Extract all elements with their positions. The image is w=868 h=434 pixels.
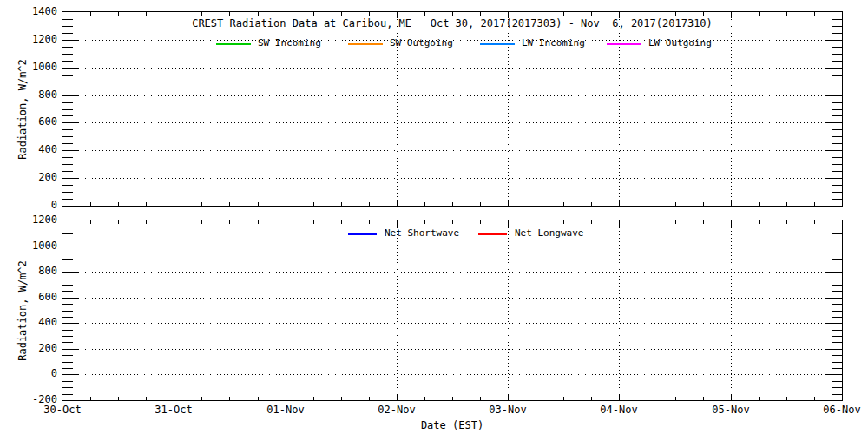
y-minor-tick-left (62, 102, 73, 103)
y-major-tick-right (825, 323, 842, 324)
x-minor-tick-bottom (201, 397, 202, 400)
y-minor-tick-left (62, 109, 73, 110)
x-minor-tick-top (563, 220, 564, 224)
x-day-gridline (619, 12, 620, 206)
legend-label: Net Shortwave (385, 228, 459, 238)
y-major-tick-left (62, 323, 79, 324)
x-minor-tick-top (703, 220, 704, 224)
x-minor-tick-top (786, 220, 787, 224)
x-minor-tick-bottom (563, 397, 564, 400)
x-minor-tick-bottom (648, 202, 648, 206)
x-minor-tick-top (146, 12, 147, 16)
y-minor-tick-right (832, 387, 842, 388)
x-minor-tick-top (258, 220, 259, 224)
x-minor-tick-bottom (369, 202, 370, 206)
x-minor-tick-bottom (480, 202, 481, 206)
y-major-tick-right (825, 40, 842, 41)
radiation-chart-figure: CREST Radiation Data at Caribou, ME Oct … (0, 0, 868, 434)
panel-bottom-net-radiation: Net ShortwaveNet Longwave (62, 220, 843, 401)
x-minor-tick-bottom (341, 397, 342, 400)
y-minor-tick-right (832, 54, 842, 55)
y-minor-tick-right (832, 304, 842, 305)
legend-swatch-line (348, 43, 383, 45)
x-minor-tick-top (675, 220, 676, 224)
y-minor-tick-left (62, 26, 73, 27)
y-minor-tick-left (62, 129, 73, 130)
y-tick-label: 1400 (19, 6, 57, 16)
y-minor-tick-right (832, 115, 842, 116)
x-minor-tick-top (369, 12, 370, 16)
x-minor-tick-top (118, 12, 119, 16)
y-minor-tick-right (832, 164, 842, 165)
x-minor-tick-bottom (118, 202, 119, 206)
x-minor-tick-bottom (814, 397, 815, 400)
y-major-tick-left (62, 374, 79, 375)
x-minor-tick-bottom (424, 397, 425, 400)
y-minor-tick-left (62, 75, 73, 76)
x-minor-tick-bottom (759, 202, 760, 206)
y-minor-tick-right (832, 253, 842, 253)
y-gridline (82, 323, 823, 324)
y-tick-label: 1000 (19, 62, 57, 72)
y-minor-tick-left (62, 54, 73, 55)
y-major-tick-right (825, 150, 842, 151)
y-minor-tick-left (62, 136, 73, 137)
y-minor-tick-right (832, 82, 842, 82)
y-minor-tick-right (832, 355, 842, 356)
x-minor-tick-top (424, 220, 425, 224)
x-minor-tick-bottom (424, 202, 425, 206)
x-minor-tick-bottom (341, 202, 342, 206)
y-minor-tick-right (832, 143, 842, 144)
x-minor-tick-top (703, 12, 704, 16)
y-tick-label: 1200 (19, 34, 57, 44)
y-major-tick-left (62, 95, 79, 96)
x-minor-tick-bottom (313, 397, 314, 400)
y-minor-tick-left (62, 233, 73, 234)
legend-swatch-line (607, 43, 641, 45)
x-minor-tick-top (563, 12, 564, 16)
x-minor-tick-top (90, 220, 91, 224)
x-minor-tick-top (648, 220, 648, 224)
x-minor-tick-bottom (591, 397, 592, 400)
x-minor-tick-top (452, 12, 453, 16)
x-day-gridline (619, 220, 620, 400)
y-minor-tick-right (832, 259, 842, 260)
y-minor-tick-right (832, 381, 842, 382)
x-minor-tick-bottom (229, 397, 230, 400)
y-minor-tick-right (832, 109, 842, 110)
y-minor-tick-right (832, 47, 842, 48)
x-minor-tick-bottom (480, 397, 481, 400)
legend-label: Net Longwave (515, 228, 583, 238)
y-tick-label: 200 (19, 172, 57, 182)
x-day-gridline (397, 220, 398, 400)
y-gridline (82, 247, 823, 247)
y-major-tick-left (62, 122, 79, 123)
y-minor-tick-left (62, 171, 73, 172)
x-minor-tick-top (759, 220, 760, 224)
y-minor-tick-left (62, 355, 73, 356)
y-minor-tick-right (832, 317, 842, 318)
y-minor-tick-left (62, 362, 73, 363)
y-minor-tick-right (832, 61, 842, 62)
x-minor-tick-top (258, 12, 259, 16)
y-minor-tick-right (832, 233, 842, 234)
y-minor-tick-right (832, 157, 842, 158)
y-minor-tick-left (62, 330, 73, 331)
y-minor-tick-right (832, 336, 842, 337)
legend-label: LW Incoming (522, 38, 585, 48)
y-major-tick-left (62, 349, 79, 350)
y-minor-tick-left (62, 47, 73, 48)
x-minor-tick-top (452, 220, 453, 224)
x-minor-tick-top (536, 220, 536, 224)
y-minor-tick-left (62, 381, 73, 382)
x-tick-label: 31-Oct (148, 404, 200, 415)
y-minor-tick-right (832, 192, 842, 193)
y-gridline (82, 95, 823, 96)
x-minor-tick-bottom (759, 397, 760, 400)
x-minor-tick-bottom (146, 202, 147, 206)
x-minor-tick-top (591, 12, 592, 16)
y-major-tick-left (62, 40, 79, 41)
y-minor-tick-right (832, 362, 842, 363)
y-minor-tick-left (62, 240, 73, 240)
x-minor-tick-top (341, 12, 342, 16)
